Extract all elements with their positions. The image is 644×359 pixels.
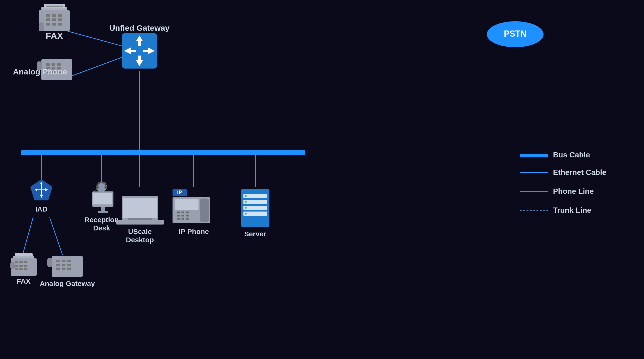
legend-ethernet-label: Ethernet Cable xyxy=(553,168,606,176)
fax-bottom-label: FAX xyxy=(17,277,30,285)
svg-rect-20 xyxy=(46,18,50,21)
svg-rect-86 xyxy=(244,200,267,204)
svg-rect-106 xyxy=(52,256,83,277)
svg-rect-104 xyxy=(24,268,28,270)
svg-point-91 xyxy=(245,207,247,209)
svg-rect-85 xyxy=(244,194,267,198)
svg-rect-57 xyxy=(101,207,105,212)
server-icon: Server xyxy=(241,189,270,238)
svg-text:Desk: Desk xyxy=(93,224,110,232)
svg-rect-66 xyxy=(123,198,157,218)
svg-rect-13 xyxy=(44,4,65,8)
pstn-badge: PSTN xyxy=(487,21,544,47)
svg-rect-75 xyxy=(182,212,184,214)
svg-text:Desktop: Desktop xyxy=(126,236,154,244)
svg-rect-81 xyxy=(182,218,184,220)
svg-point-90 xyxy=(245,201,247,203)
unified-gateway-label: Unfied Gateway xyxy=(109,24,170,32)
svg-rect-58 xyxy=(98,211,108,213)
svg-point-61 xyxy=(104,186,107,189)
svg-rect-26 xyxy=(39,22,44,31)
legend-trunk-label: Trunk Line xyxy=(553,206,591,214)
svg-rect-98 xyxy=(24,261,28,263)
svg-point-92 xyxy=(245,213,247,214)
svg-rect-25 xyxy=(58,23,62,26)
svg-rect-83 xyxy=(200,198,209,222)
uscale-desktop-label: UScale xyxy=(128,228,152,236)
analog-gateway-label: Analog Gateway xyxy=(40,280,95,288)
svg-rect-73 xyxy=(175,199,198,210)
svg-rect-74 xyxy=(177,212,180,214)
svg-rect-94 xyxy=(15,253,32,256)
svg-rect-0 xyxy=(0,0,644,359)
svg-rect-100 xyxy=(20,265,23,267)
server-label: Server xyxy=(244,230,266,238)
svg-rect-101 xyxy=(24,265,28,267)
svg-point-63 xyxy=(95,190,97,192)
svg-rect-77 xyxy=(177,214,180,216)
svg-rect-99 xyxy=(15,265,18,267)
svg-rect-19 xyxy=(58,14,62,17)
svg-rect-96 xyxy=(15,261,18,263)
legend-bus-label: Bus Cable xyxy=(553,150,590,159)
ip-phone-label: IP Phone xyxy=(179,228,209,236)
svg-rect-113 xyxy=(67,264,71,266)
svg-rect-88 xyxy=(244,212,267,216)
svg-point-89 xyxy=(245,195,247,197)
reception-desk-label: Reception xyxy=(84,216,119,224)
svg-rect-115 xyxy=(62,268,66,270)
svg-rect-117 xyxy=(520,154,548,158)
svg-rect-4 xyxy=(21,150,305,155)
svg-rect-22 xyxy=(58,18,62,21)
pstn-label: PSTN xyxy=(504,29,526,38)
svg-rect-105 xyxy=(10,262,15,269)
svg-rect-23 xyxy=(46,23,50,26)
svg-rect-76 xyxy=(186,212,188,214)
svg-rect-116 xyxy=(67,268,71,270)
svg-rect-29 xyxy=(46,63,50,66)
svg-rect-31 xyxy=(57,63,61,66)
svg-rect-108 xyxy=(56,260,60,262)
svg-rect-68 xyxy=(128,218,152,220)
svg-rect-82 xyxy=(186,218,188,220)
svg-rect-24 xyxy=(52,23,56,26)
svg-rect-111 xyxy=(56,264,60,266)
svg-rect-110 xyxy=(67,260,71,262)
svg-rect-17 xyxy=(46,14,50,17)
svg-rect-102 xyxy=(15,268,18,270)
svg-text:IP: IP xyxy=(177,189,182,195)
svg-rect-80 xyxy=(177,218,180,220)
svg-rect-67 xyxy=(116,220,164,224)
svg-rect-103 xyxy=(20,268,23,270)
svg-rect-79 xyxy=(186,214,188,216)
svg-rect-21 xyxy=(52,18,56,21)
fax-top-label: FAX xyxy=(46,31,63,41)
iad-label: IAD xyxy=(35,205,48,213)
svg-rect-109 xyxy=(62,260,66,262)
legend-phone-label: Phone Line xyxy=(553,187,594,196)
svg-rect-87 xyxy=(244,206,267,210)
svg-rect-112 xyxy=(62,264,66,266)
analog-phone-label: Analog Phone xyxy=(13,67,67,76)
svg-rect-30 xyxy=(52,63,55,66)
svg-rect-78 xyxy=(182,214,184,216)
svg-rect-107 xyxy=(47,258,52,267)
svg-rect-97 xyxy=(20,261,23,263)
svg-rect-18 xyxy=(52,14,56,17)
svg-rect-114 xyxy=(56,268,60,270)
svg-rect-56 xyxy=(93,192,112,204)
